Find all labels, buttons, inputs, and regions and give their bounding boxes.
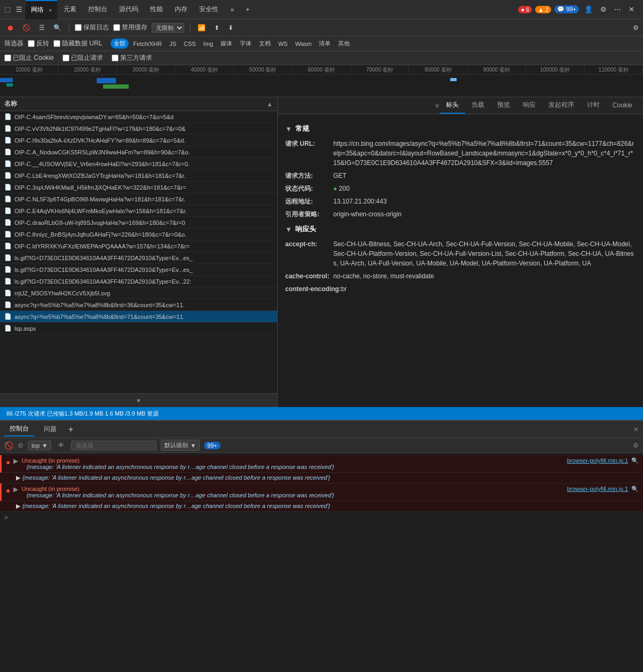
list-item[interactable]: 📄 lsp.aspx bbox=[0, 323, 277, 334]
tab-payload[interactable]: 负载 bbox=[465, 97, 491, 114]
device-icon[interactable]: ☰ bbox=[14, 4, 25, 14]
disable-cache-label[interactable]: 禁用缓存 bbox=[113, 23, 147, 32]
list-item-selected[interactable]: 📄 async?q=%e5%b7%a5%e7%a8%8b&first=71&co… bbox=[0, 311, 277, 323]
filter-type-all[interactable]: 全部 bbox=[111, 38, 129, 49]
expand-arrow-1[interactable]: ▶ bbox=[13, 457, 18, 465]
context-selector[interactable]: top ▼ bbox=[28, 441, 51, 450]
third-party-label[interactable]: 第三方请求 bbox=[112, 53, 152, 62]
filter-type-other[interactable]: 其他 bbox=[335, 38, 353, 49]
network-settings-icon[interactable]: ⚙ bbox=[633, 24, 639, 32]
preserve-log-checkbox[interactable] bbox=[75, 24, 82, 31]
list-item[interactable]: 📄 OIP-C.vV3Vb2Nlk1tC97I499e2TgHaFl?w=179… bbox=[0, 123, 277, 135]
response-headers-collapse-arrow[interactable]: ▼ bbox=[285, 225, 292, 233]
console-filter-input[interactable] bbox=[71, 441, 156, 450]
console-tab-issues[interactable]: 问题 bbox=[38, 423, 62, 436]
tab-response[interactable]: 响应 bbox=[516, 97, 542, 114]
search-icon-1[interactable]: 🔍 bbox=[631, 457, 639, 464]
filter-type-ws[interactable]: WS bbox=[275, 38, 291, 49]
console-tab-console[interactable]: 控制台 bbox=[4, 422, 34, 436]
filter-button[interactable]: ☰ bbox=[37, 23, 47, 33]
scroll-up-arrow[interactable]: ▲ bbox=[266, 100, 273, 108]
close-devtools-icon[interactable]: ✕ bbox=[626, 4, 637, 14]
list-item[interactable]: 📄 OIP-C.E4AqVKHs6Nj4LWFmMkoEywHalo?w=156… bbox=[0, 205, 277, 217]
tab-preview[interactable]: 预览 bbox=[491, 97, 516, 114]
tab-timing[interactable]: 计时 bbox=[581, 97, 606, 114]
list-item[interactable]: 📄 ls.gif?IG=D73E0C1E9D634610A4A3FF4672DA… bbox=[0, 252, 277, 264]
console-input[interactable] bbox=[11, 514, 639, 521]
hide-data-urls-checkbox[interactable] bbox=[53, 40, 60, 47]
block-requests-checkbox[interactable] bbox=[62, 54, 69, 61]
list-item[interactable]: 📄 ls.gif?IG=D73E0C1E9D634610A4A3FF4672DA… bbox=[0, 276, 277, 287]
expand-detail-arrow-1[interactable]: ▶ bbox=[16, 474, 20, 481]
tab-elements[interactable]: 元素 bbox=[58, 0, 82, 19]
filter-type-media[interactable]: 媒体 bbox=[217, 38, 236, 49]
inspect-icon[interactable]: ⬚ bbox=[2, 4, 13, 14]
filter-type-manifest[interactable]: 清单 bbox=[316, 38, 334, 49]
filter-type-wasm[interactable]: Wasm bbox=[292, 38, 315, 49]
invert-checkbox[interactable] bbox=[28, 40, 35, 47]
error-badge[interactable]: ● 6 bbox=[518, 6, 532, 13]
list-item[interactable]: 📄 OIP-C.__4USOWVj5EV_Vr6en4rswHaEl?w=293… bbox=[0, 158, 277, 170]
filter-type-font[interactable]: 字体 bbox=[237, 38, 255, 49]
tab-memory[interactable]: 内存 bbox=[169, 0, 193, 19]
expand-arrow-2[interactable]: ▶ bbox=[13, 486, 18, 493]
record-button[interactable]: ⏺ bbox=[4, 22, 16, 33]
list-item[interactable]: 📄 OIP-C.I9s30a2fxA-iiXzDVK7HcAHaFY?w=89&… bbox=[0, 135, 277, 146]
error-link-1[interactable]: browser-polyfill.min.js:1 bbox=[567, 457, 628, 464]
list-item[interactable]: 📄 OIP-C.ldYRRXKYuFXzlEtWEPAnPQAAAA?w=157… bbox=[0, 240, 277, 252]
filter-type-css[interactable]: CSS bbox=[181, 38, 199, 49]
console-add-tab[interactable]: + bbox=[68, 425, 73, 434]
settings-icon[interactable]: ⚙ bbox=[598, 4, 609, 14]
tab-add[interactable]: + bbox=[240, 0, 255, 19]
close-panel-button[interactable]: × bbox=[435, 101, 439, 110]
error-link-2[interactable]: browser-polyfill.min.js:1 bbox=[567, 486, 628, 492]
request-list[interactable]: 📄 OIP-C.4samSFbrevlcvepvjsiwnaDY.w=65&h=… bbox=[0, 111, 277, 393]
tab-performance[interactable]: 性能 bbox=[145, 0, 168, 19]
disable-cache-checkbox[interactable] bbox=[113, 24, 120, 31]
tab-headers[interactable]: 标头 bbox=[440, 97, 465, 114]
list-item[interactable]: 📄 OIP-C.lhniyz_BnBSj4ynJqfruGAHaFj?w=226… bbox=[0, 229, 277, 240]
warning-badge[interactable]: ▲ 2 bbox=[535, 6, 551, 13]
level-selector[interactable]: 默认级别 ▼ bbox=[161, 440, 200, 451]
general-collapse-arrow[interactable]: ▼ bbox=[285, 125, 292, 133]
list-item[interactable]: 📄 OIP-C.draoRLbG9-uW-hj89SJvugHaHa?w=169… bbox=[0, 217, 277, 229]
list-item[interactable]: 📄 ls.gif?IG=D73E0C1E9D634610A4A3FF4672DA… bbox=[0, 264, 277, 276]
filter-type-img[interactable]: Img bbox=[200, 38, 216, 49]
filter-type-fetch[interactable]: Fetch/XHR bbox=[130, 38, 165, 49]
console-prompt[interactable]: > bbox=[0, 512, 643, 523]
console-settings-icon[interactable]: ⚙ bbox=[633, 442, 639, 449]
tab-sources[interactable]: 源代码 bbox=[114, 0, 144, 19]
list-item[interactable]: 📄 OIP-C.4samSFbrevlcvepvjsiwnaDY.w=65&h=… bbox=[0, 111, 277, 123]
eye-icon[interactable]: 👁 bbox=[56, 440, 67, 450]
block-requests-label[interactable]: 已阻止请求 bbox=[62, 53, 103, 62]
import-button[interactable]: ⬆ bbox=[212, 23, 222, 33]
filter-type-js[interactable]: JS bbox=[166, 38, 179, 49]
more-options-icon[interactable]: ⋯ bbox=[612, 4, 623, 14]
expand-detail-arrow-2[interactable]: ▶ bbox=[16, 503, 20, 510]
clear-button[interactable]: 🚫 bbox=[20, 23, 33, 33]
network-conditions-icon[interactable]: 📶 bbox=[195, 23, 208, 33]
search-button[interactable]: 🔍 bbox=[51, 23, 64, 33]
preserve-log-label[interactable]: 保留日志 bbox=[75, 23, 109, 32]
scroll-bottom-arrow[interactable]: ▼ bbox=[0, 393, 277, 407]
third-party-checkbox[interactable] bbox=[112, 54, 119, 61]
message-badge[interactable]: 💬 99+ bbox=[554, 5, 579, 13]
tab-security[interactable]: 安全性 bbox=[194, 0, 224, 19]
profile-icon[interactable]: 👤 bbox=[582, 4, 595, 14]
tab-console[interactable]: 控制台 bbox=[83, 0, 113, 19]
console-close-button[interactable]: ✕ bbox=[633, 426, 639, 433]
block-cookies-checkbox[interactable] bbox=[4, 54, 11, 61]
console-stop-button[interactable]: 🚫 bbox=[4, 441, 13, 450]
tab-cookie[interactable]: Cookie bbox=[606, 98, 639, 113]
tab-network[interactable]: 网络 × bbox=[26, 0, 57, 19]
list-item[interactable]: 📄 OIP-C.LbE4rengXWtXOZBJaGYTcgHaHa?w=181… bbox=[0, 170, 277, 182]
invert-label[interactable]: 反转 bbox=[28, 39, 49, 48]
block-cookies-label[interactable]: 已阻止 Cookie bbox=[4, 53, 54, 62]
export-button[interactable]: ⬇ bbox=[226, 23, 236, 33]
filter-type-doc[interactable]: 文档 bbox=[256, 38, 274, 49]
hide-data-urls-label[interactable]: 隐藏数据 URL bbox=[53, 39, 102, 48]
list-item[interactable]: 📄 async?q=%e5%b7%a5%e7%a8%8b&first=36&co… bbox=[0, 299, 277, 311]
tab-initiator[interactable]: 发起程序 bbox=[542, 97, 581, 114]
list-item[interactable]: 📄 OIP-C.NL5F3p6T4GpBO96f-MavwgHaHa?w=181… bbox=[0, 193, 277, 205]
throttle-select[interactable]: 无限制 bbox=[152, 23, 184, 33]
